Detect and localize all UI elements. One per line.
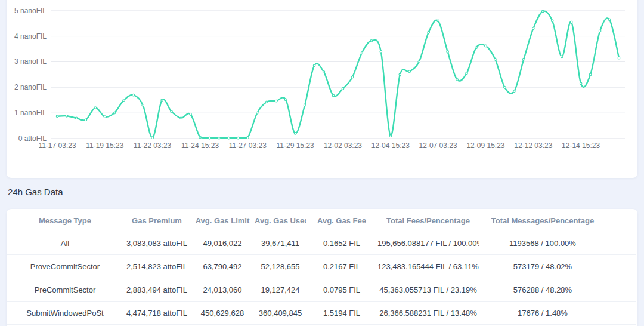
data-point (256, 112, 258, 114)
data-point (408, 70, 411, 73)
data-point (561, 56, 563, 58)
data-point (589, 73, 592, 76)
x-axis-label: 11-29 15:23 (277, 142, 314, 150)
data-point (608, 19, 611, 21)
data-point (447, 51, 449, 53)
data-point (190, 113, 192, 116)
y-axis-label: 5 nanoFIL (14, 7, 47, 15)
y-axis-label: 4 nanoFIL (14, 32, 47, 41)
data-point (209, 137, 211, 139)
data-point (228, 137, 230, 139)
gas-premium-line (57, 11, 619, 139)
gas-premium-chart[interactable]: 0 attoFIL1 nanoFIL2 nanoFIL3 nanoFIL4 na… (7, 0, 637, 178)
table-cell: 24,013,060 (190, 278, 255, 302)
table-cell: 2,883,494 attoFIL (123, 278, 190, 302)
data-point (475, 47, 478, 49)
table-cell: 39,671,411 (255, 232, 306, 255)
data-point (171, 110, 173, 113)
data-point (332, 94, 335, 97)
table-cell: 52,128,655 (255, 255, 306, 278)
data-point (399, 73, 401, 76)
y-axis-label: 2 nanoFIL (14, 83, 47, 91)
x-axis-label: 12-02 03:23 (324, 142, 362, 150)
data-point (504, 87, 506, 89)
table-cell: 573179 / 48.02% (479, 255, 636, 278)
table-cell: 26,366.588231 FIL / 13.48% (377, 302, 479, 325)
table-row: PreCommitSector2,883,494 attoFIL24,013,0… (7, 278, 636, 302)
data-point (599, 30, 601, 32)
table-cell: 450,629,628 (190, 302, 255, 325)
gas-trend-card: 0 attoFIL1 nanoFIL2 nanoFIL3 nanoFIL4 na… (7, 0, 637, 178)
data-point (541, 10, 544, 13)
column-header: Gas Premium (123, 210, 190, 232)
x-axis-label: 11-22 03:23 (134, 142, 171, 150)
data-point (199, 136, 202, 139)
data-point (418, 61, 420, 63)
table-row: SubmitWindowedPoSt4,474,718 attoFIL450,6… (7, 302, 636, 325)
data-point (66, 115, 68, 118)
data-point (151, 137, 154, 139)
data-point (618, 57, 620, 59)
data-point (180, 117, 182, 119)
data-point (361, 52, 363, 54)
table-cell: 1193568 / 100.00% (479, 232, 636, 255)
y-axis-label: 1 nanoFIL (14, 109, 47, 117)
data-point (570, 21, 572, 23)
data-point (142, 104, 144, 107)
column-header: Avg. Gas Used (255, 210, 306, 232)
column-header: Avg. Gas Limit (190, 210, 255, 232)
table-cell: 123,483.165444 FIL / 63.11% (377, 255, 479, 278)
table-cell: 0.1652 FIL (306, 232, 377, 255)
data-point (323, 71, 325, 73)
data-point (247, 137, 249, 139)
data-point (85, 119, 87, 121)
table-cell: 0.0795 FIL (306, 278, 377, 302)
section-title: 24h Gas Data (8, 186, 63, 198)
data-point (104, 116, 106, 118)
table-cell: All (7, 232, 123, 255)
table-cell: 576288 / 48.28% (479, 278, 636, 302)
table-row: ProveCommitSector2,514,823 attoFIL63,790… (7, 255, 636, 278)
data-point (113, 112, 116, 114)
table-cell: 360,409,845 (255, 302, 306, 325)
data-point (56, 115, 58, 118)
column-header: Total Messages/Pencentage (479, 210, 636, 232)
data-point (132, 94, 135, 96)
table-cell: SubmitWindowedPoSt (7, 302, 123, 325)
table-cell: 49,016,022 (190, 232, 255, 255)
x-axis-label: 11-17 03:23 (38, 142, 76, 150)
table-cell: 17676 / 1.48% (479, 302, 636, 325)
data-point (351, 76, 354, 78)
data-point (313, 64, 315, 67)
x-axis-label: 12-07 03:23 (419, 142, 457, 150)
data-point (94, 107, 97, 109)
data-point (218, 137, 221, 139)
data-point (123, 99, 125, 102)
data-point (494, 58, 497, 60)
data-point (237, 137, 240, 139)
data-point (304, 104, 306, 107)
data-point (523, 58, 525, 60)
table-row: All3,083,083 attoFIL49,016,02239,671,411… (7, 232, 636, 255)
x-axis-label: 12-09 15:23 (466, 142, 504, 150)
data-point (75, 117, 78, 119)
data-point (437, 20, 439, 22)
gas-table: Message TypeGas PremiumAvg. Gas LimitAvg… (7, 210, 636, 325)
table-header-row: Message TypeGas PremiumAvg. Gas LimitAvg… (7, 210, 636, 232)
table-cell: 1.5194 FIL (306, 302, 377, 325)
y-axis-label: 3 nanoFIL (14, 57, 47, 66)
data-point (370, 40, 373, 42)
data-point (342, 88, 344, 90)
data-point (284, 99, 287, 101)
table-cell: 0.2167 FIL (306, 255, 377, 278)
table-cell: 2,514,823 attoFIL (123, 255, 190, 278)
x-axis-label: 12-12 03:23 (514, 142, 552, 150)
x-axis-label: 11-24 15:23 (181, 142, 219, 150)
table-cell: 195,656.088177 FIL / 100.00% (377, 232, 479, 255)
data-point (580, 82, 582, 85)
table-cell: 19,127,424 (255, 278, 306, 302)
data-point (389, 135, 392, 137)
table-cell: 63,790,492 (190, 255, 255, 278)
data-point (513, 90, 516, 93)
data-point (485, 45, 487, 47)
